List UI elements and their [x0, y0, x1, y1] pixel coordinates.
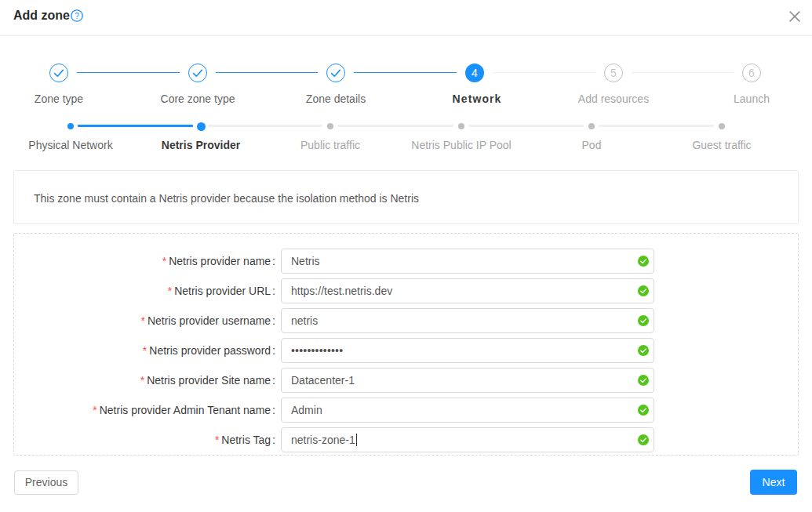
svg-text:?: ?: [75, 12, 79, 20]
